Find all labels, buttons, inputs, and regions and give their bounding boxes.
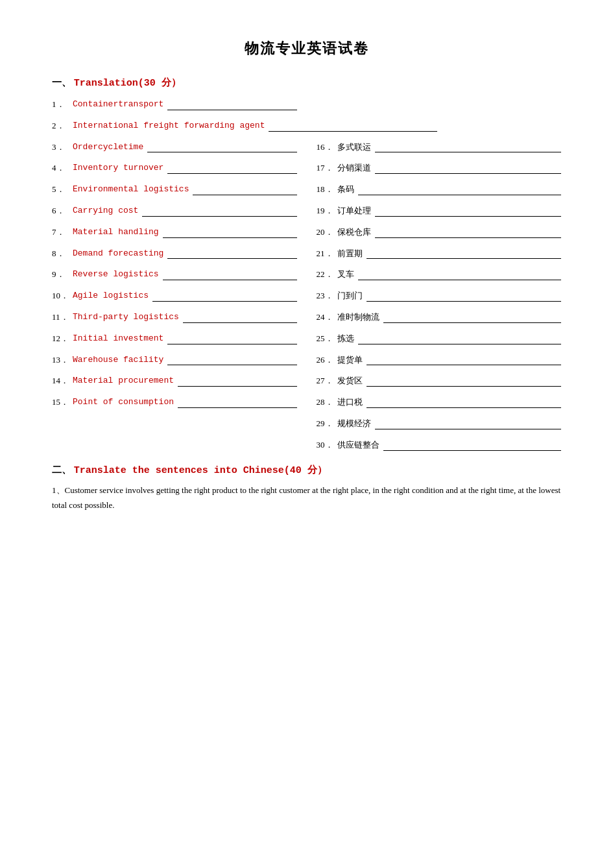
list-item: 21． 前置期 [317,247,562,261]
answer-line [163,280,297,280]
item-number: 19． [317,204,337,218]
passage-content: Customer service involves getting the ri… [52,485,560,510]
item-text: 多式联运 [337,141,371,154]
item-number: 5． [52,183,73,197]
item-text: Carrying cost [73,204,138,218]
item-number: 20． [317,226,337,239]
item-text: Initial investment [73,332,163,346]
answer-line [358,195,562,195]
item-text: 准时制物流 [337,311,379,324]
item-number: 3． [52,141,73,154]
list-item: 27． 发货区 [317,374,562,388]
item-number: 16． [317,141,337,154]
list-item: 26． 提货单 [317,354,562,367]
list-item: 4． Inventory turnover [52,162,297,175]
answer-line [269,131,437,132]
list-item: 25． 拣选 [317,332,562,346]
item-number: 28． [317,396,337,409]
list-item: 20． 保税仓库 [317,226,562,239]
item-text: Containertransport [73,98,163,112]
item-text: 条码 [337,183,354,197]
answer-line [178,407,296,408]
item-number: 4． [52,162,73,175]
answer-line [375,152,562,152]
answer-line [358,280,562,280]
item-text: 保税仓库 [337,226,371,239]
list-item: 7． Material handling [52,226,297,239]
list-item: 24． 准时制物流 [317,311,562,324]
item-number: 23． [317,289,337,303]
list-item: 9． Reverse logistics [52,268,297,282]
list-item: 17． 分销渠道 [317,162,562,175]
item-number: 26． [317,354,337,367]
item-text: 门到门 [337,289,363,303]
list-item: 14． Material procurement [52,374,297,388]
answer-line [375,173,562,174]
item-number: 17． [317,162,337,175]
item-text: Ordercycletime [73,141,143,154]
page-title: 物流专业英语试卷 [52,39,561,58]
section2-header: 二、 Translate the sentences into Chinese(… [52,464,561,476]
answer-line [375,237,562,238]
list-item: 19． 订单处理 [317,204,562,218]
section1-english: Translation(30 分） [74,78,181,89]
answer-line [167,173,296,174]
item-number: 9． [52,268,73,282]
item-number: 1． [52,98,73,112]
answer-line [147,152,296,152]
item-text: 发货区 [337,374,363,388]
answer-line [183,322,297,323]
item-number: 6． [52,204,73,218]
two-col-section: 3． Ordercycletime 4． Inventory turnover … [52,141,561,460]
item-number: 25． [317,332,337,346]
section1-header: 一、 Translation(30 分） [52,77,561,89]
answer-line [383,450,562,451]
item-number: 7． [52,226,73,239]
item-number: 27． [317,374,337,388]
list-item: 6． Carrying cost [52,204,297,218]
list-item: 29． 规模经济 [317,417,562,431]
item-text: Warehouse facility [73,354,163,367]
item-text: 供应链整合 [337,439,379,452]
list-item: 28． 进口税 [317,396,562,409]
answer-line [367,258,562,259]
item-number: 21． [317,247,337,261]
item-text: Material procurement [73,374,174,388]
item-number: 13． [52,354,73,367]
list-item: 8． Demand forecasting [52,247,297,261]
section1-label: 一、 [52,77,71,88]
item-number: 18． [317,183,337,197]
item-text: Point of consumption [73,396,174,409]
passage-item-1: 1、Customer service involves getting the … [52,483,561,513]
answer-line [375,429,562,429]
answer-line [358,344,562,344]
item-number: 14． [52,374,73,388]
list-item: 5． Environmental logistics [52,183,297,197]
item-text: 前置期 [337,247,363,261]
list-item: 23． 门到门 [317,289,562,303]
list-item: 13． Warehouse facility [52,354,297,367]
item-text: 规模经济 [337,417,371,431]
item-text: Inventory turnover [73,162,163,175]
section2-english: Translate the sentences into Chinese(40 … [74,465,327,476]
item-text: 进口税 [337,396,363,409]
item-number: 10． [52,289,73,303]
list-item: 22． 叉车 [317,268,562,282]
item-number: 24． [317,311,337,324]
answer-line [163,237,297,238]
answer-line [142,216,296,217]
list-item: 10． Agile logistics [52,289,297,303]
item-number: 22． [317,268,337,282]
answer-line [367,301,562,302]
answer-line [178,386,296,387]
answer-line [167,365,296,365]
list-item: 3． Ordercycletime [52,141,297,154]
item-number: 30． [317,439,337,452]
answer-line [367,365,562,365]
item-number: 15． [52,396,73,409]
item-text: Demand forecasting [73,247,163,261]
item-text: Material handling [73,226,159,239]
item-text: 分销渠道 [337,162,371,175]
answer-line [193,195,296,195]
translation-items: 1． Containertransport 2． International f… [52,98,561,460]
